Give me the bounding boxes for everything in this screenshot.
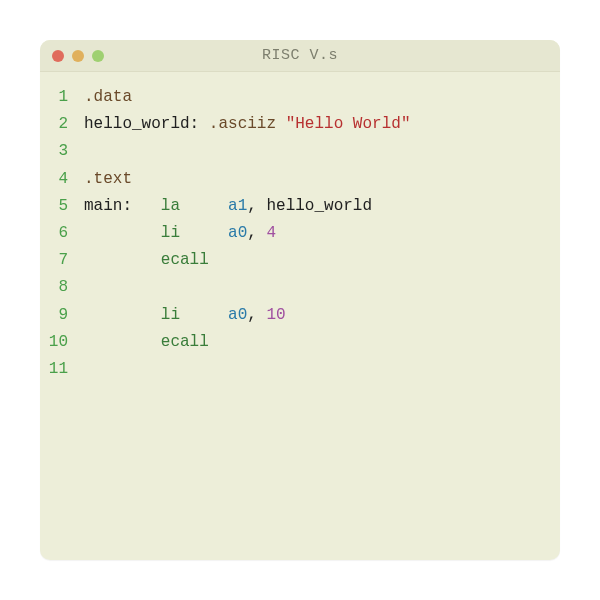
code-content — [84, 274, 544, 301]
code-line: 6 li a0, 4 — [48, 220, 544, 247]
token-instr: ecall — [161, 251, 209, 269]
line-number: 8 — [48, 274, 84, 301]
code-content: main: la a1, hello_world — [84, 193, 544, 220]
code-line: 8 — [48, 274, 544, 301]
token-plain — [180, 197, 228, 215]
maximize-icon[interactable] — [92, 50, 104, 62]
token-plain — [84, 251, 161, 269]
code-content — [84, 138, 544, 165]
token-plain — [180, 306, 228, 324]
token-plain — [84, 333, 161, 351]
token-instr: li — [161, 306, 180, 324]
line-number: 1 — [48, 84, 84, 111]
token-str: "Hello World" — [286, 115, 411, 133]
line-number: 10 — [48, 329, 84, 356]
token-reg: a1 — [228, 197, 247, 215]
token-comma: , — [247, 306, 266, 324]
token-plain — [199, 115, 209, 133]
code-line: 2hello_world: .asciiz "Hello World" — [48, 111, 544, 138]
code-line: 1.data — [48, 84, 544, 111]
token-directive: .text — [84, 170, 132, 188]
line-number: 9 — [48, 302, 84, 329]
line-number: 7 — [48, 247, 84, 274]
token-num: 10 — [266, 306, 285, 324]
token-plain — [132, 197, 161, 215]
token-plain — [180, 224, 228, 242]
token-comma: , — [247, 224, 266, 242]
token-label: hello_world: — [84, 115, 199, 133]
close-icon[interactable] — [52, 50, 64, 62]
code-content: .data — [84, 84, 544, 111]
token-instr: ecall — [161, 333, 209, 351]
token-label: main: — [84, 197, 132, 215]
window-controls — [52, 50, 104, 62]
code-line: 5main: la a1, hello_world — [48, 193, 544, 220]
token-num: 4 — [266, 224, 276, 242]
line-number: 2 — [48, 111, 84, 138]
token-directive: .data — [84, 88, 132, 106]
line-number: 5 — [48, 193, 84, 220]
code-content: ecall — [84, 329, 544, 356]
code-line: 11 — [48, 356, 544, 383]
token-plain — [84, 224, 161, 242]
token-plain — [276, 115, 286, 133]
token-instr: li — [161, 224, 180, 242]
code-content: ecall — [84, 247, 544, 274]
code-line: 4.text — [48, 166, 544, 193]
window-title: RISC V.s — [52, 47, 548, 64]
code-content: li a0, 10 — [84, 302, 544, 329]
code-editor[interactable]: 1.data2hello_world: .asciiz "Hello World… — [40, 72, 560, 560]
line-number: 4 — [48, 166, 84, 193]
editor-window: RISC V.s 1.data2hello_world: .asciiz "He… — [40, 40, 560, 560]
token-plain — [84, 306, 161, 324]
code-content: li a0, 4 — [84, 220, 544, 247]
code-line: 10 ecall — [48, 329, 544, 356]
line-number: 3 — [48, 138, 84, 165]
code-content — [84, 356, 544, 383]
token-plain: hello_world — [266, 197, 372, 215]
code-line: 9 li a0, 10 — [48, 302, 544, 329]
code-line: 7 ecall — [48, 247, 544, 274]
code-content: hello_world: .asciiz "Hello World" — [84, 111, 544, 138]
token-reg: a0 — [228, 224, 247, 242]
token-instr: la — [161, 197, 180, 215]
code-content: .text — [84, 166, 544, 193]
minimize-icon[interactable] — [72, 50, 84, 62]
token-reg: a0 — [228, 306, 247, 324]
code-line: 3 — [48, 138, 544, 165]
token-comma: , — [247, 197, 266, 215]
token-directive: .asciiz — [209, 115, 276, 133]
line-number: 6 — [48, 220, 84, 247]
line-number: 11 — [48, 356, 84, 383]
titlebar: RISC V.s — [40, 40, 560, 72]
